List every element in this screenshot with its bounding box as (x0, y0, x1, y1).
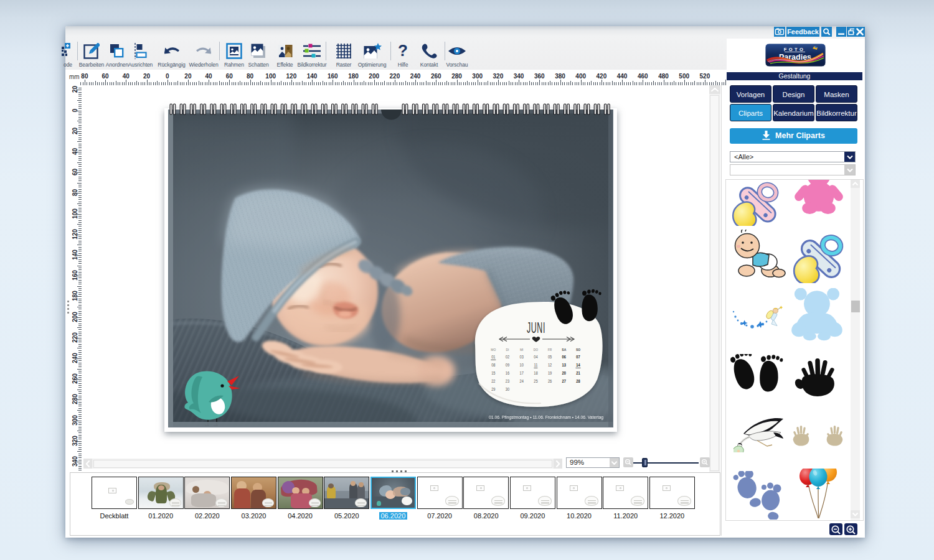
svg-text:06: 06 (562, 355, 567, 360)
svg-text:28: 28 (576, 379, 580, 384)
svg-text:30: 30 (506, 387, 510, 392)
svg-text:15: 15 (491, 371, 496, 376)
svg-text:29: 29 (491, 387, 496, 392)
svg-text:17: 17 (520, 371, 524, 376)
svg-text:19: 19 (548, 371, 552, 376)
svg-text:25: 25 (534, 379, 538, 384)
svg-text:13: 13 (562, 363, 567, 368)
svg-text:23: 23 (506, 379, 510, 384)
svg-text:20: 20 (562, 371, 567, 376)
svg-text:07: 07 (576, 355, 580, 360)
svg-text:11: 11 (534, 363, 537, 368)
svg-text:16: 16 (506, 371, 510, 376)
svg-text:MI: MI (520, 347, 524, 352)
svg-text:FOTO: FOTO (784, 47, 806, 52)
svg-text:14: 14 (576, 363, 580, 368)
svg-text:27: 27 (562, 379, 567, 384)
svg-text:22: 22 (491, 379, 496, 384)
svg-text:?: ? (398, 43, 408, 60)
svg-text:09: 09 (506, 363, 510, 368)
svg-text:08: 08 (491, 363, 496, 368)
svg-text:DI: DI (506, 347, 509, 352)
svg-text:MO: MO (491, 347, 496, 352)
svg-text:SA: SA (562, 347, 566, 352)
svg-text:10: 10 (520, 363, 524, 368)
svg-text:18: 18 (534, 371, 538, 376)
svg-text:SO: SO (576, 347, 581, 352)
svg-text:05: 05 (548, 355, 552, 360)
svg-text:21: 21 (576, 371, 580, 376)
svg-text:24: 24 (520, 379, 524, 384)
svg-text:JUNI: JUNI (527, 320, 545, 336)
svg-text:03: 03 (520, 355, 524, 360)
svg-text:04: 04 (534, 355, 538, 360)
svg-text:26: 26 (548, 379, 552, 384)
svg-text:DO: DO (534, 347, 539, 352)
svg-text:01.06. Pfingstmontag • 11.06.: 01.06. Pfingstmontag • 11.06. Fronleichn… (489, 415, 603, 420)
svg-text:FR: FR (548, 347, 552, 352)
svg-text:01: 01 (491, 355, 496, 360)
svg-text:12: 12 (548, 363, 552, 368)
svg-text:02: 02 (506, 355, 510, 360)
